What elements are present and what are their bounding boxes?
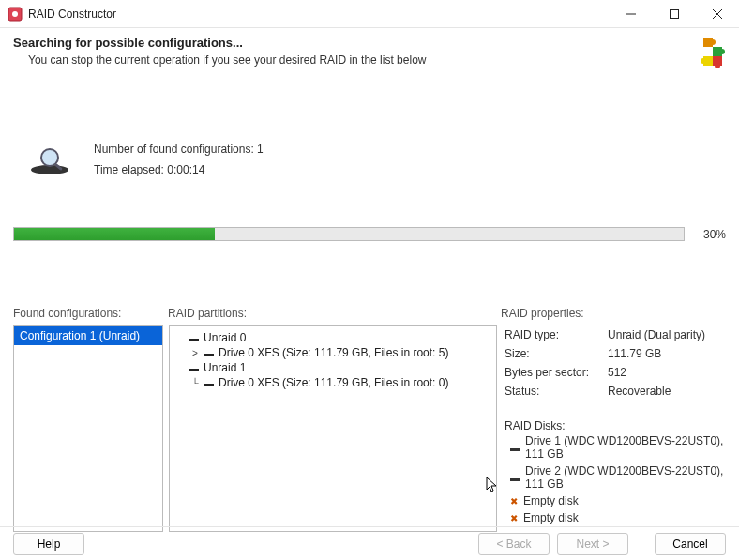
- found-configs-label: Found configurations:: [13, 307, 168, 320]
- raid-properties-panel: RAID type:Unraid (Dual parity) Size:111.…: [503, 325, 726, 532]
- prop-status-key: Status:: [505, 385, 608, 398]
- disk-icon: ▬: [510, 443, 520, 453]
- svg-line-4: [713, 9, 722, 19]
- tree-node-label: Drive 0 XFS (Size: 111.79 GB, Files in r…: [219, 376, 448, 389]
- prop-status-value: Recoverable: [608, 385, 671, 398]
- page-subtitle: You can stop the current operation if yo…: [28, 53, 679, 67]
- window-title: RAID Constructor: [28, 8, 610, 21]
- raid-partitions-tree[interactable]: ▬Unraid 0>▬Drive 0 XFS (Size: 111.79 GB,…: [169, 325, 497, 532]
- missing-disk-icon: ✖: [510, 496, 518, 507]
- prop-bps-value: 512: [608, 366, 626, 379]
- tree-expander-icon[interactable]: >: [190, 348, 200, 358]
- wizard-header: Searching for possible configurations...…: [0, 28, 739, 83]
- svg-point-8: [701, 58, 706, 64]
- svg-line-5: [713, 9, 722, 19]
- tree-node[interactable]: ▬Unraid 0: [175, 330, 490, 345]
- progress-bar: [13, 227, 685, 241]
- tree-node-label: Unraid 0: [204, 331, 246, 344]
- cancel-button[interactable]: Cancel: [655, 533, 726, 555]
- elapsed-label: Time elapsed:: [94, 163, 164, 176]
- app-icon: [8, 7, 23, 22]
- disk-row: ✖Empty disk: [505, 509, 724, 526]
- disk-row: ✖Empty disk: [505, 492, 724, 509]
- missing-disk-icon: ✖: [510, 513, 518, 523]
- tree-node[interactable]: ▬Unraid 1: [175, 360, 490, 375]
- search-status: Number of found configurations: 1 Time e…: [28, 140, 726, 180]
- title-bar: RAID Constructor: [0, 0, 739, 28]
- prop-size-key: Size:: [505, 347, 608, 360]
- tree-expander-icon[interactable]: └: [190, 378, 200, 388]
- found-configs-list[interactable]: Configuration 1 (Unraid): [13, 325, 163, 532]
- wizard-footer: Help < Back Next > Cancel: [0, 526, 739, 560]
- svg-point-6: [710, 39, 716, 45]
- disk-label: Empty disk: [523, 494, 579, 507]
- disk-icon: ▬: [204, 378, 214, 388]
- tree-node[interactable]: └▬Drive 0 XFS (Size: 111.79 GB, Files in…: [190, 375, 490, 390]
- progress-percent: 30%: [694, 228, 726, 241]
- prop-type-value: Unraid (Dual parity): [608, 328, 705, 341]
- disk-row: ▬Drive 1 (WDC WD1200BEVS-22UST0), 111 GB: [505, 432, 724, 462]
- svg-rect-3: [671, 9, 679, 18]
- close-button[interactable]: [696, 0, 739, 28]
- progress-fill: [14, 228, 215, 240]
- found-count-value: 1: [257, 143, 264, 156]
- disk-label: Empty disk: [523, 511, 579, 524]
- svg-point-7: [719, 49, 725, 54]
- svg-point-9: [715, 63, 720, 68]
- prop-bps-key: Bytes per sector:: [505, 366, 608, 379]
- disk-icon: ▬: [189, 333, 199, 343]
- next-button[interactable]: Next >: [557, 533, 628, 555]
- tree-node[interactable]: >▬Drive 0 XFS (Size: 111.79 GB, Files in…: [190, 345, 490, 360]
- svg-point-11: [41, 149, 58, 166]
- raid-partitions-label: RAID partitions:: [168, 307, 501, 320]
- help-button[interactable]: Help: [13, 533, 84, 555]
- disk-row: ▬Drive 2 (WDC WD1200BEVS-22UST0), 111 GB: [505, 462, 724, 492]
- config-list-item[interactable]: Configuration 1 (Unraid): [14, 326, 162, 345]
- page-title: Searching for possible configurations...: [13, 36, 679, 50]
- elapsed-value: 0:00:14: [167, 163, 204, 176]
- disk-label: Drive 2 (WDC WD1200BEVS-22UST0), 111 GB: [525, 464, 724, 491]
- puzzle-icon: [679, 36, 726, 73]
- disk-label: Drive 1 (WDC WD1200BEVS-22UST0), 111 GB: [525, 434, 724, 461]
- maximize-button[interactable]: [653, 0, 696, 28]
- magnifier-icon: [28, 146, 71, 174]
- minimize-button[interactable]: [610, 0, 653, 28]
- raid-properties-label: RAID properties:: [501, 307, 726, 320]
- found-count-label: Number of found configurations:: [94, 143, 254, 156]
- raid-disks-label: RAID Disks:: [505, 419, 724, 432]
- disk-icon: ▬: [189, 363, 199, 373]
- svg-point-1: [12, 11, 18, 17]
- disk-icon: ▬: [204, 348, 214, 358]
- tree-node-label: Unraid 1: [204, 361, 246, 374]
- tree-node-label: Drive 0 XFS (Size: 111.79 GB, Files in r…: [219, 346, 448, 359]
- prop-type-key: RAID type:: [505, 328, 608, 341]
- disk-icon: ▬: [510, 473, 520, 483]
- prop-size-value: 111.79 GB: [608, 347, 661, 360]
- back-button[interactable]: < Back: [478, 533, 550, 555]
